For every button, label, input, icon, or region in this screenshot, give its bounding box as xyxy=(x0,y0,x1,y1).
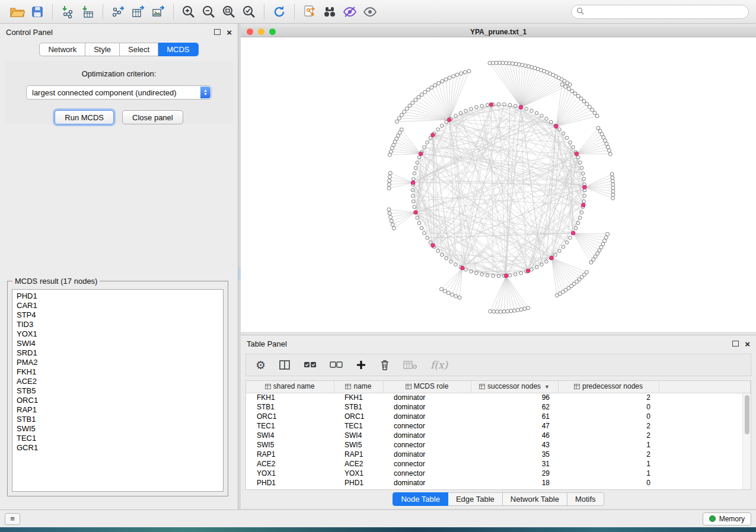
select-all-icon[interactable] xyxy=(304,360,317,370)
network-canvas[interactable] xyxy=(241,37,756,331)
zoom-fit-icon[interactable] xyxy=(219,3,239,21)
table-cell: SWI4 xyxy=(334,431,383,440)
table-cell-filler xyxy=(659,469,751,478)
create-column-icon[interactable] xyxy=(356,360,366,370)
table-cell: 46 xyxy=(471,431,558,440)
mcds-result-item[interactable]: STB5 xyxy=(17,386,223,396)
mcds-result-item[interactable]: GCR1 xyxy=(17,443,223,453)
column-header-successor-nodes[interactable]: successor nodes▼ xyxy=(471,381,558,393)
show-all-icon[interactable] xyxy=(360,3,380,21)
mcds-result-item[interactable]: ORC1 xyxy=(17,396,223,405)
mcds-result-item[interactable]: TID3 xyxy=(17,320,223,329)
tab-edge-table[interactable]: Edge Table xyxy=(448,492,503,506)
mcds-result-item[interactable]: RAP1 xyxy=(17,405,223,415)
zoom-out-icon[interactable] xyxy=(199,3,219,21)
close-table-panel-icon[interactable]: × xyxy=(745,339,750,348)
hide-selected-icon[interactable] xyxy=(340,3,360,21)
network-titlebar[interactable]: YPA_prune.txt_1 xyxy=(241,27,756,37)
import-network-file-icon[interactable] xyxy=(58,3,78,21)
mcds-result-item[interactable]: SWI5 xyxy=(17,424,223,434)
share-network-icon[interactable] xyxy=(299,3,320,21)
mcds-result-list[interactable]: PHD1CAR1STP4TID3YOX1SWI4SRD1PMA2FKH1ACE2… xyxy=(12,289,224,492)
table-row[interactable]: YOX1YOX1connector291 xyxy=(246,469,751,478)
tab-network-table[interactable]: Network Table xyxy=(503,492,567,506)
mcds-result-item[interactable]: CAR1 xyxy=(17,301,223,310)
table-cell: SWI5 xyxy=(246,440,334,450)
mcds-result-item[interactable]: YOX1 xyxy=(17,329,223,339)
table-row[interactable]: FKH1FKH1dominator962 xyxy=(246,393,751,402)
mcds-result-item[interactable]: STB1 xyxy=(17,415,223,424)
table-toolbar: ⚙ f(x) xyxy=(245,354,751,376)
column-header-shared-name[interactable]: shared name xyxy=(246,381,334,393)
mcds-result-item[interactable]: SWI4 xyxy=(17,339,223,348)
export-table-icon[interactable] xyxy=(128,3,148,21)
save-icon[interactable] xyxy=(27,3,47,21)
mcds-result-item[interactable]: FKH1 xyxy=(17,367,223,377)
settings-icon[interactable]: ⚙ xyxy=(256,360,266,371)
close-panel-button[interactable]: Close panel xyxy=(122,110,183,124)
table-row[interactable]: ORC1ORC1dominator610 xyxy=(246,412,751,421)
table-cell: dominator xyxy=(383,402,471,412)
mcds-result-item[interactable]: SRD1 xyxy=(17,348,223,358)
table-cell: 0 xyxy=(558,412,659,421)
table-cell: 61 xyxy=(471,412,558,421)
table-row[interactable]: RAP1RAP1dominator352 xyxy=(246,450,751,459)
table-cell: 0 xyxy=(558,402,659,412)
search-field[interactable] xyxy=(571,5,749,19)
mcds-result-item[interactable]: STP4 xyxy=(17,310,223,320)
control-panel-tabs: Network Style Select MCDS xyxy=(0,43,238,56)
table-cell-filler xyxy=(659,431,751,440)
column-header-name[interactable]: name xyxy=(334,381,383,393)
table-cell: SWI5 xyxy=(334,440,383,450)
table-row[interactable]: SWI4SWI4dominator462 xyxy=(246,431,751,440)
sort-menu-icon[interactable]: ▼ xyxy=(544,384,550,390)
export-network-icon[interactable] xyxy=(108,3,128,21)
mcds-result-item[interactable]: PHD1 xyxy=(17,291,223,301)
search-icon xyxy=(576,7,584,17)
mcds-result-item[interactable]: PMA2 xyxy=(17,358,223,367)
tab-select[interactable]: Select xyxy=(120,43,158,56)
zoom-selected-icon[interactable] xyxy=(239,3,259,21)
float-table-panel-icon[interactable] xyxy=(732,341,739,347)
tab-network[interactable]: Network xyxy=(39,43,85,56)
mcds-result-item[interactable]: ACE2 xyxy=(17,377,223,386)
run-mcds-button[interactable]: Run MCDS xyxy=(55,110,114,124)
table-cell: 1 xyxy=(558,440,659,450)
table-cell-filler xyxy=(659,393,751,402)
table-scrollbar[interactable] xyxy=(742,393,751,489)
search-input[interactable] xyxy=(588,8,744,16)
tab-motifs[interactable]: Motifs xyxy=(567,492,604,506)
scrollbar-thumb[interactable] xyxy=(745,395,749,434)
table-row[interactable]: PHD1PHD1dominator180 xyxy=(246,478,751,488)
deselect-all-icon[interactable] xyxy=(330,360,343,370)
close-panel-icon[interactable]: × xyxy=(227,28,232,37)
criterion-dropdown[interactable]: largest connected component (undirected)… xyxy=(26,85,212,100)
table-cell: YOX1 xyxy=(334,469,383,478)
float-panel-icon[interactable] xyxy=(214,29,221,35)
mcds-result-item[interactable]: TEC1 xyxy=(17,434,223,443)
tab-style[interactable]: Style xyxy=(85,43,120,56)
table-row[interactable]: TEC1TEC1connector472 xyxy=(246,421,751,431)
memory-status-icon xyxy=(709,515,716,522)
open-icon[interactable] xyxy=(7,3,27,21)
tab-node-table[interactable]: Node Table xyxy=(393,492,448,506)
show-columns-icon[interactable] xyxy=(279,360,291,370)
memory-label: Memory xyxy=(719,515,745,523)
table-row[interactable]: ACE2ACE2connector311 xyxy=(246,459,751,469)
table-row[interactable]: STB1STB1dominator620 xyxy=(246,402,751,412)
table-row[interactable]: SWI5SWI5connector431 xyxy=(246,440,751,450)
show-panels-menu-icon[interactable]: ≡ xyxy=(5,513,20,525)
control-panel: Control Panel × Network Style Select MCD… xyxy=(0,24,238,511)
refresh-icon[interactable] xyxy=(269,3,289,21)
import-table-file-icon[interactable] xyxy=(78,3,98,21)
column-header-mcds-role[interactable]: MCDS role xyxy=(383,381,471,393)
toolbar-separator xyxy=(52,4,53,20)
export-image-icon[interactable] xyxy=(148,3,168,21)
table-cell: 96 xyxy=(471,393,558,402)
tab-mcds[interactable]: MCDS xyxy=(158,43,198,56)
search-network-icon[interactable] xyxy=(320,3,340,21)
delete-column-icon[interactable] xyxy=(379,359,390,371)
memory-button[interactable]: Memory xyxy=(703,512,751,525)
column-header-predecessor-nodes[interactable]: predecessor nodes xyxy=(558,381,659,393)
zoom-in-icon[interactable] xyxy=(178,3,199,21)
